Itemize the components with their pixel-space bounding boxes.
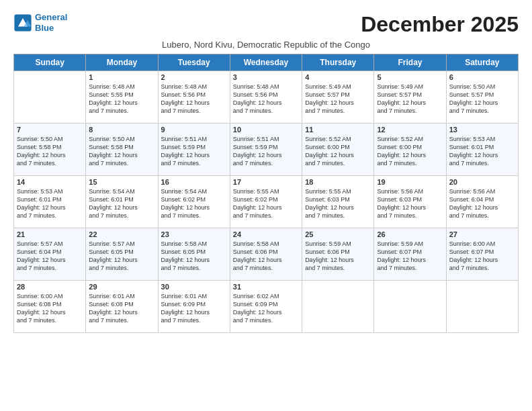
- day-info: Sunrise: 5:49 AM Sunset: 5:57 PM Dayligh…: [305, 83, 371, 116]
- day-info: Sunrise: 5:58 AM Sunset: 6:05 PM Dayligh…: [161, 240, 227, 273]
- calendar-cell: 22Sunrise: 5:57 AM Sunset: 6:05 PM Dayli…: [86, 228, 158, 281]
- calendar-cell: 12Sunrise: 5:52 AM Sunset: 6:00 PM Dayli…: [374, 124, 446, 176]
- logo-line1: General: [35, 12, 67, 22]
- day-number: 27: [449, 230, 515, 238]
- calendar-cell: 24Sunrise: 5:58 AM Sunset: 6:06 PM Dayli…: [230, 228, 302, 281]
- col-wednesday: Wednesday: [230, 54, 302, 71]
- day-number: 2: [161, 73, 227, 81]
- day-info: Sunrise: 6:01 AM Sunset: 6:09 PM Dayligh…: [161, 292, 227, 325]
- day-info: Sunrise: 5:49 AM Sunset: 5:57 PM Dayligh…: [377, 83, 443, 116]
- calendar-cell: 18Sunrise: 5:55 AM Sunset: 6:03 PM Dayli…: [302, 176, 374, 228]
- calendar-cell: 19Sunrise: 5:56 AM Sunset: 6:03 PM Dayli…: [374, 176, 446, 228]
- logo-icon: [13, 13, 32, 32]
- day-info: Sunrise: 5:57 AM Sunset: 6:05 PM Dayligh…: [89, 240, 154, 273]
- month-title: December 2025: [361, 12, 519, 37]
- calendar-header-row: Sunday Monday Tuesday Wednesday Thursday…: [14, 54, 519, 71]
- day-number: 26: [377, 230, 443, 238]
- day-info: Sunrise: 5:59 AM Sunset: 6:06 PM Dayligh…: [305, 240, 371, 273]
- col-friday: Friday: [374, 54, 446, 71]
- day-number: 28: [17, 283, 83, 291]
- day-info: Sunrise: 5:55 AM Sunset: 6:03 PM Dayligh…: [305, 187, 371, 220]
- col-monday: Monday: [86, 54, 158, 71]
- logo: General Blue: [13, 12, 67, 33]
- logo-line2: Blue: [35, 23, 54, 33]
- day-number: 19: [377, 178, 443, 186]
- calendar-cell: 26Sunrise: 5:59 AM Sunset: 6:07 PM Dayli…: [374, 228, 446, 281]
- day-number: 14: [17, 178, 83, 186]
- day-info: Sunrise: 6:02 AM Sunset: 6:09 PM Dayligh…: [233, 292, 299, 325]
- calendar-cell: 21Sunrise: 5:57 AM Sunset: 6:04 PM Dayli…: [14, 228, 86, 281]
- calendar-cell: 27Sunrise: 6:00 AM Sunset: 6:07 PM Dayli…: [446, 228, 518, 281]
- calendar-cell: 9Sunrise: 5:51 AM Sunset: 5:59 PM Daylig…: [158, 124, 230, 176]
- day-info: Sunrise: 5:55 AM Sunset: 6:02 PM Dayligh…: [233, 187, 299, 220]
- day-number: 6: [449, 73, 515, 81]
- day-info: Sunrise: 5:48 AM Sunset: 5:56 PM Dayligh…: [161, 83, 227, 116]
- calendar-cell: 13Sunrise: 5:53 AM Sunset: 6:01 PM Dayli…: [446, 124, 518, 176]
- calendar-cell: 1Sunrise: 5:48 AM Sunset: 5:55 PM Daylig…: [86, 71, 158, 124]
- subtitle: Lubero, Nord Kivu, Democratic Republic o…: [13, 40, 519, 50]
- calendar-cell: 3Sunrise: 5:48 AM Sunset: 5:56 PM Daylig…: [230, 71, 302, 124]
- calendar: Sunday Monday Tuesday Wednesday Thursday…: [13, 54, 519, 333]
- day-info: Sunrise: 5:53 AM Sunset: 6:01 PM Dayligh…: [449, 135, 515, 168]
- calendar-cell: 28Sunrise: 6:00 AM Sunset: 6:08 PM Dayli…: [14, 281, 86, 333]
- calendar-week-2: 7Sunrise: 5:50 AM Sunset: 5:58 PM Daylig…: [14, 124, 519, 176]
- day-number: 31: [233, 283, 299, 291]
- page: General Blue December 2025 Lubero, Nord …: [0, 0, 532, 411]
- day-number: 4: [305, 73, 371, 81]
- day-info: Sunrise: 5:51 AM Sunset: 5:59 PM Dayligh…: [161, 135, 227, 168]
- day-info: Sunrise: 5:48 AM Sunset: 5:55 PM Dayligh…: [89, 83, 154, 116]
- calendar-cell: 15Sunrise: 5:54 AM Sunset: 6:01 PM Dayli…: [86, 176, 158, 228]
- calendar-cell: [446, 281, 518, 333]
- day-info: Sunrise: 5:51 AM Sunset: 5:59 PM Dayligh…: [233, 135, 299, 168]
- day-number: 23: [161, 230, 227, 238]
- calendar-cell: 16Sunrise: 5:54 AM Sunset: 6:02 PM Dayli…: [158, 176, 230, 228]
- day-info: Sunrise: 6:01 AM Sunset: 6:08 PM Dayligh…: [89, 292, 154, 325]
- calendar-cell: 8Sunrise: 5:50 AM Sunset: 5:58 PM Daylig…: [86, 124, 158, 176]
- day-number: 10: [233, 126, 299, 134]
- calendar-cell: 31Sunrise: 6:02 AM Sunset: 6:09 PM Dayli…: [230, 281, 302, 333]
- calendar-cell: 25Sunrise: 5:59 AM Sunset: 6:06 PM Dayli…: [302, 228, 374, 281]
- day-info: Sunrise: 5:50 AM Sunset: 5:58 PM Dayligh…: [89, 135, 154, 168]
- day-number: 17: [233, 178, 299, 186]
- calendar-cell: 11Sunrise: 5:52 AM Sunset: 6:00 PM Dayli…: [302, 124, 374, 176]
- day-info: Sunrise: 5:50 AM Sunset: 5:57 PM Dayligh…: [449, 83, 515, 116]
- day-info: Sunrise: 6:00 AM Sunset: 6:08 PM Dayligh…: [17, 292, 83, 325]
- day-number: 29: [89, 283, 154, 291]
- day-number: 8: [89, 126, 154, 134]
- calendar-cell: 14Sunrise: 5:53 AM Sunset: 6:01 PM Dayli…: [14, 176, 86, 228]
- calendar-cell: [374, 281, 446, 333]
- calendar-cell: 20Sunrise: 5:56 AM Sunset: 6:04 PM Dayli…: [446, 176, 518, 228]
- col-tuesday: Tuesday: [158, 54, 230, 71]
- calendar-cell: [14, 71, 86, 124]
- day-number: 25: [305, 230, 371, 238]
- calendar-cell: 30Sunrise: 6:01 AM Sunset: 6:09 PM Dayli…: [158, 281, 230, 333]
- day-number: 18: [305, 178, 371, 186]
- day-info: Sunrise: 5:56 AM Sunset: 6:04 PM Dayligh…: [449, 187, 515, 220]
- day-info: Sunrise: 5:59 AM Sunset: 6:07 PM Dayligh…: [377, 240, 443, 273]
- day-info: Sunrise: 5:50 AM Sunset: 5:58 PM Dayligh…: [17, 135, 83, 168]
- day-info: Sunrise: 5:53 AM Sunset: 6:01 PM Dayligh…: [17, 187, 83, 220]
- day-number: 11: [305, 126, 371, 134]
- day-number: 22: [89, 230, 154, 238]
- day-number: 30: [161, 283, 227, 291]
- calendar-cell: 4Sunrise: 5:49 AM Sunset: 5:57 PM Daylig…: [302, 71, 374, 124]
- col-sunday: Sunday: [14, 54, 86, 71]
- calendar-week-1: 1Sunrise: 5:48 AM Sunset: 5:55 PM Daylig…: [14, 71, 519, 124]
- day-number: 15: [89, 178, 154, 186]
- day-number: 13: [449, 126, 515, 134]
- day-info: Sunrise: 5:52 AM Sunset: 6:00 PM Dayligh…: [305, 135, 371, 168]
- day-number: 7: [17, 126, 83, 134]
- header: General Blue December 2025: [13, 12, 519, 37]
- calendar-cell: 29Sunrise: 6:01 AM Sunset: 6:08 PM Dayli…: [86, 281, 158, 333]
- day-number: 5: [377, 73, 443, 81]
- day-info: Sunrise: 5:58 AM Sunset: 6:06 PM Dayligh…: [233, 240, 299, 273]
- day-number: 3: [233, 73, 299, 81]
- day-info: Sunrise: 6:00 AM Sunset: 6:07 PM Dayligh…: [449, 240, 515, 273]
- logo-text: General Blue: [35, 12, 67, 33]
- calendar-cell: [302, 281, 374, 333]
- calendar-week-3: 14Sunrise: 5:53 AM Sunset: 6:01 PM Dayli…: [14, 176, 519, 228]
- calendar-cell: 10Sunrise: 5:51 AM Sunset: 5:59 PM Dayli…: [230, 124, 302, 176]
- day-info: Sunrise: 5:54 AM Sunset: 6:02 PM Dayligh…: [161, 187, 227, 220]
- day-info: Sunrise: 5:57 AM Sunset: 6:04 PM Dayligh…: [17, 240, 83, 273]
- day-number: 24: [233, 230, 299, 238]
